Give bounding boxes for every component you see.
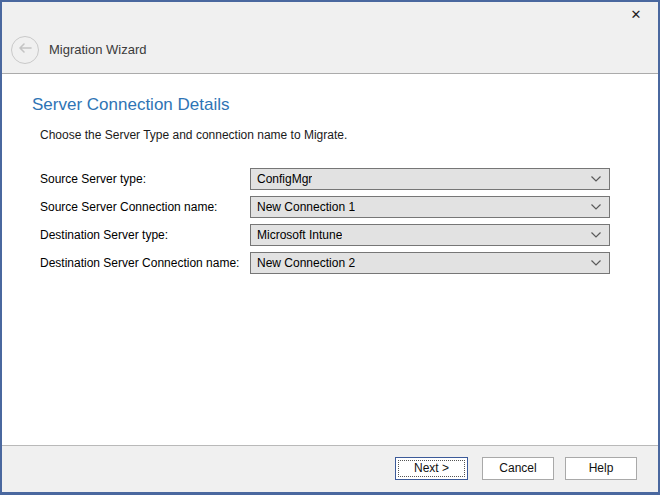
dropdown-selected-value: New Connection 1 bbox=[257, 200, 355, 214]
dropdown-selected-value: ConfigMgr bbox=[257, 172, 312, 186]
source-connection-name-label: Source Server Connection name: bbox=[40, 200, 250, 214]
dropdown-selected-value: Microsoft Intune bbox=[257, 228, 342, 242]
source-server-type-label: Source Server type: bbox=[40, 172, 250, 186]
destination-connection-name-label: Destination Server Connection name: bbox=[40, 256, 250, 270]
form-row-source-connection-name: Source Server Connection name: New Conne… bbox=[40, 196, 636, 218]
page-description: Choose the Server Type and connection na… bbox=[40, 128, 347, 142]
arrow-left-icon bbox=[17, 42, 33, 57]
form-row-source-server-type: Source Server type: ConfigMgr bbox=[40, 168, 636, 190]
help-button[interactable]: Help bbox=[565, 457, 637, 480]
chevron-down-icon bbox=[590, 231, 602, 239]
form-row-destination-server-type: Destination Server type: Microsoft Intun… bbox=[40, 224, 636, 246]
destination-server-type-label: Destination Server type: bbox=[40, 228, 250, 242]
wizard-page-body: Server Connection Details Choose the Ser… bbox=[2, 74, 658, 445]
next-button[interactable]: Next > bbox=[395, 457, 468, 480]
page-title: Server Connection Details bbox=[32, 95, 229, 115]
destination-connection-name-dropdown[interactable]: New Connection 2 bbox=[250, 252, 610, 274]
chevron-down-icon bbox=[590, 175, 602, 183]
cancel-button[interactable]: Cancel bbox=[482, 457, 554, 480]
connection-form: Source Server type: ConfigMgr Source Ser… bbox=[40, 168, 636, 280]
destination-server-type-dropdown[interactable]: Microsoft Intune bbox=[250, 224, 610, 246]
back-button[interactable] bbox=[11, 36, 39, 64]
wizard-header: Migration Wizard bbox=[2, 26, 658, 74]
source-connection-name-dropdown[interactable]: New Connection 1 bbox=[250, 196, 610, 218]
migration-wizard-dialog: ✕ Migration Wizard Server Connection Det… bbox=[0, 0, 660, 495]
chevron-down-icon bbox=[590, 203, 602, 211]
chevron-down-icon bbox=[590, 259, 602, 267]
dropdown-selected-value: New Connection 2 bbox=[257, 256, 355, 270]
close-button[interactable]: ✕ bbox=[620, 2, 652, 26]
form-row-destination-connection-name: Destination Server Connection name: New … bbox=[40, 252, 636, 274]
source-server-type-dropdown[interactable]: ConfigMgr bbox=[250, 168, 610, 190]
title-bar: ✕ bbox=[2, 2, 658, 26]
wizard-title: Migration Wizard bbox=[49, 42, 147, 57]
close-icon: ✕ bbox=[631, 7, 642, 22]
wizard-footer: Next > Cancel Help bbox=[2, 445, 658, 492]
